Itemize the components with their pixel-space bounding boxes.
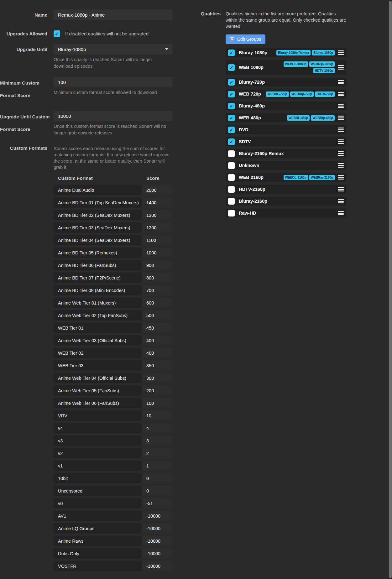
custom-format-row: Dubs Only -10000 (54, 548, 173, 559)
drag-handle-icon[interactable] (338, 151, 344, 156)
custom-format-name: Dubs Only (54, 548, 141, 559)
name-input[interactable] (54, 9, 173, 20)
upgrades-allowed-label: Upgrades Allowed (0, 29, 47, 37)
drag-handle-icon[interactable] (338, 211, 344, 215)
edit-groups-label: Edit Groups (237, 37, 261, 42)
custom-format-score-input[interactable]: 4 (143, 423, 173, 433)
scrollbar-thumb[interactable] (389, 1, 392, 578)
quality-checkbox[interactable] (228, 210, 235, 216)
custom-format-score-input[interactable]: 0 (143, 473, 173, 483)
quality-badge: WEBDL-1080p (284, 61, 308, 67)
custom-format-score-input[interactable]: 1 (143, 461, 173, 471)
dropdown-caret-icon (165, 48, 168, 50)
custom-format-row: v1 1 (54, 461, 173, 471)
drag-handle-icon[interactable] (338, 139, 344, 144)
quality-checkbox[interactable] (228, 64, 235, 71)
custom-format-name: AV1 (54, 511, 141, 521)
quality-name: HDTV-2160p (239, 187, 265, 192)
quality-checkbox[interactable] (228, 198, 235, 205)
custom-format-score-input[interactable]: 400 (143, 335, 173, 346)
custom-format-score-input[interactable]: 1300 (143, 210, 173, 220)
quality-checkbox[interactable] (228, 79, 235, 86)
quality-checkbox[interactable] (228, 162, 235, 169)
custom-format-score-input[interactable]: -51 (143, 498, 173, 509)
custom-format-score-input[interactable]: 100 (143, 398, 173, 408)
custom-format-score-input[interactable]: 3 (143, 436, 173, 446)
quality-checkbox[interactable] (228, 50, 235, 56)
quality-item: WEB 1080p WEBDL-1080pWEBRip-1080pHDTV-10… (226, 60, 346, 75)
drag-handle-icon[interactable] (338, 80, 344, 84)
drag-handle-icon[interactable] (338, 128, 344, 132)
custom-format-score-input[interactable]: 1400 (143, 197, 173, 208)
upgrade-until-select[interactable]: Bluray-1080p (54, 44, 173, 55)
quality-item: WEB 720p WEBDL-720pWEBRip-720pHDTV-720p (226, 90, 346, 98)
custom-formats-label: Custom Formats (0, 143, 47, 170)
drag-handle-icon[interactable] (338, 163, 344, 168)
custom-format-score-input[interactable]: -10000 (143, 523, 173, 534)
drag-handle-icon[interactable] (338, 104, 344, 108)
custom-format-score-input[interactable]: 800 (143, 273, 173, 283)
custom-format-name: VRV (54, 410, 141, 421)
custom-format-score-input[interactable]: 700 (143, 285, 173, 295)
min-format-score-input[interactable] (54, 77, 173, 87)
drag-handle-icon[interactable] (338, 92, 344, 96)
upgrade-until-format-score-input[interactable] (54, 111, 173, 121)
quality-group-badges: WEBDL-1080pWEBRip-1080pHDTV-1080p (265, 61, 335, 73)
custom-format-score-input[interactable]: 900 (143, 260, 173, 270)
custom-format-score-input[interactable]: 350 (143, 360, 173, 371)
custom-format-score-input[interactable]: -10000 (143, 511, 173, 521)
qualities-description: Qualities higher in the list are more pr… (226, 11, 346, 29)
custom-format-score-input[interactable]: 600 (143, 298, 173, 308)
upgrades-allowed-checkbox[interactable] (54, 30, 60, 37)
custom-format-row: Anime Web Tier 06 (FanSubs) 100 (54, 398, 173, 408)
quality-checkbox[interactable] (228, 150, 235, 157)
custom-format-name: Anime BD Tier 02 (SeaDex Muxers) (54, 210, 141, 220)
quality-checkbox[interactable] (228, 91, 235, 97)
custom-format-score-input[interactable]: 0 (143, 486, 173, 496)
custom-format-score-input[interactable]: 10 (143, 410, 173, 421)
upgrade-until-label: Upgrade Until (0, 44, 47, 70)
quality-checkbox[interactable] (228, 103, 235, 109)
custom-format-score-input[interactable]: 1000 (143, 248, 173, 258)
custom-format-score-input[interactable]: 2 (143, 448, 173, 458)
custom-format-score-input[interactable]: 300 (143, 373, 173, 383)
quality-item: Unknown (226, 161, 346, 170)
score-column-header: Score (143, 175, 159, 181)
custom-format-row: VOSTFR -10000 (54, 561, 173, 571)
custom-format-score-input[interactable]: 400 (143, 348, 173, 358)
quality-checkbox[interactable] (228, 174, 235, 181)
custom-format-score-input[interactable]: -10000 (143, 548, 173, 559)
custom-format-name: Anime BD Tier 06 (FanSubs) (54, 260, 141, 270)
drag-handle-icon[interactable] (338, 65, 344, 70)
edit-groups-button[interactable]: Edit Groups (226, 34, 265, 44)
custom-format-score-input[interactable]: 1100 (143, 235, 173, 245)
custom-format-row: Anime BD Tier 07 (P2P/Scene) 800 (54, 273, 173, 283)
custom-format-score-input[interactable]: 2000 (143, 185, 173, 195)
custom-format-row: v4 4 (54, 423, 173, 433)
drag-handle-icon[interactable] (338, 187, 344, 191)
quality-checkbox[interactable] (228, 138, 235, 145)
quality-name: SDTV (239, 139, 251, 144)
custom-format-name: v0 (54, 498, 141, 509)
drag-handle-icon[interactable] (338, 175, 344, 180)
custom-format-score-input[interactable]: 450 (143, 323, 173, 333)
custom-format-name: WEB Tier 01 (54, 323, 141, 333)
quality-name: WEB 720p (239, 91, 261, 96)
custom-format-name: Anime LQ Groups (54, 523, 141, 534)
custom-format-score-input[interactable]: -10000 (143, 561, 173, 571)
custom-format-column-header: Custom Format (54, 175, 143, 181)
custom-format-row: Anime Web Tier 05 (FanSubs) 200 (54, 385, 173, 396)
drag-handle-icon[interactable] (338, 50, 344, 55)
min-format-score-help: Minimum custom format score allowed to d… (54, 89, 173, 96)
quality-checkbox[interactable] (228, 127, 235, 133)
quality-checkbox[interactable] (228, 186, 235, 193)
custom-format-table-header: Custom Format Score (54, 175, 173, 181)
drag-handle-icon[interactable] (338, 199, 344, 203)
custom-format-score-input[interactable]: 500 (143, 310, 173, 321)
drag-handle-icon[interactable] (338, 116, 344, 120)
custom-format-score-input[interactable]: 200 (143, 385, 173, 396)
quality-checkbox[interactable] (228, 115, 235, 121)
custom-format-score-input[interactable]: -10000 (143, 536, 173, 546)
custom-format-row: Anime BD Tier 02 (SeaDex Muxers) 1300 (54, 210, 173, 220)
custom-format-score-input[interactable]: 1200 (143, 222, 173, 233)
